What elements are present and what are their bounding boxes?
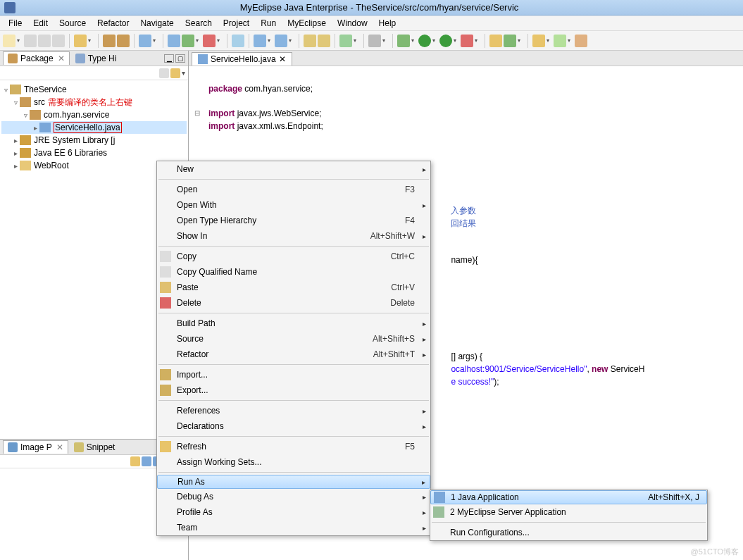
home-icon[interactable] (130, 456, 140, 466)
globe-icon[interactable] (254, 35, 266, 47)
menu-myeclipse[interactable]: MyEclipse (282, 17, 332, 30)
code-text: javax.jws.WebService; (235, 108, 321, 118)
ctx-refactor[interactable]: RefactorAlt+Shift+T▸ (157, 347, 430, 362)
tree-package[interactable]: ▿ com.hyan.service (1, 108, 187, 121)
run-icon[interactable] (397, 35, 410, 47)
class-icon[interactable] (117, 35, 130, 47)
ctx-profile-as[interactable]: Profile As▸ (157, 504, 430, 520)
submenu-server-application[interactable]: 2 MyEclipse Server Application (430, 504, 707, 520)
tree-file-servicehello[interactable]: ▸ ServiceHello.java (1, 121, 187, 134)
menu-window[interactable]: Window (332, 17, 373, 30)
ctx-open-with[interactable]: Open With▸ (157, 197, 430, 213)
ctx-copy-qualified[interactable]: Copy Qualified Name (157, 264, 430, 280)
close-icon[interactable]: ✕ (279, 54, 286, 64)
label: Build Path (177, 318, 216, 328)
star3-icon[interactable] (575, 35, 587, 47)
package-explorer-tab[interactable]: Package ✕ (3, 51, 70, 65)
deploy-icon[interactable] (168, 35, 180, 47)
menu-bar: File Edit Source Refactor Navigate Searc… (0, 15, 743, 31)
globe2-icon[interactable] (275, 35, 287, 47)
label: Run Configurations... (450, 528, 530, 537)
watermark: @51CTO博客 (691, 547, 739, 557)
run2-icon[interactable] (418, 35, 431, 47)
tree-jre[interactable]: ▸ JRE System Library [j (1, 134, 187, 147)
newproj-icon[interactable] (74, 35, 87, 47)
snippets-tab[interactable]: Snippet (70, 441, 120, 454)
label: Debug As (177, 492, 213, 502)
menu-run[interactable]: Run (255, 17, 282, 30)
shortcut: Ctrl+C (391, 251, 415, 261)
maximize-icon[interactable]: ▢ (175, 54, 185, 63)
ctx-delete[interactable]: DeleteDelete (157, 295, 430, 311)
saveall-icon[interactable] (38, 35, 51, 47)
tree-jee[interactable]: ▸ Java EE 6 Libraries (1, 147, 187, 159)
ctx-refresh[interactable]: RefreshF5 (157, 439, 430, 454)
shortcut: Alt+Shift+T (373, 349, 415, 359)
run3-icon[interactable] (439, 35, 452, 47)
ctx-run-as[interactable]: Run As▸ (157, 475, 430, 489)
close-icon[interactable]: ✕ (56, 442, 63, 452)
star-icon[interactable] (532, 35, 545, 47)
ctx-show-in[interactable]: Show InAlt+Shift+W▸ (157, 228, 430, 244)
camera-icon[interactable] (368, 35, 381, 47)
folder-icon[interactable] (304, 35, 316, 47)
ctx-assign-working-sets[interactable]: Assign Working Sets... (157, 454, 430, 470)
menu-search[interactable]: Search (180, 17, 218, 30)
minimize-icon[interactable]: ▁ (164, 54, 174, 63)
browser-icon[interactable] (139, 35, 151, 47)
ctx-paste[interactable]: PasteCtrl+V (157, 280, 430, 295)
project-icon (10, 85, 21, 94)
ctx-references[interactable]: References▸ (157, 403, 430, 418)
menu-source[interactable]: Source (54, 17, 92, 30)
fold-icon[interactable]: ⊟ (194, 107, 200, 119)
menu-help[interactable]: Help (373, 17, 402, 30)
star2-icon[interactable] (554, 35, 566, 47)
menu-file[interactable]: File (3, 17, 27, 30)
print-icon[interactable] (52, 35, 65, 47)
link-icon[interactable] (170, 68, 180, 78)
new-icon[interactable] (3, 35, 15, 47)
stop2-icon[interactable] (461, 35, 473, 47)
viewmenu-icon[interactable]: ▾ (182, 69, 185, 77)
label: New (177, 164, 194, 174)
tree-src[interactable]: ▿ src 需要编译的类名上右键 (1, 96, 187, 108)
stop-icon[interactable] (203, 35, 216, 47)
tree-project[interactable]: ▿ TheService (1, 83, 187, 96)
menu-refactor[interactable]: Refactor (92, 17, 135, 30)
ctx-open[interactable]: OpenF3 (157, 182, 430, 197)
label: Copy (177, 251, 196, 261)
label: Show In (177, 231, 207, 241)
image-preview-tab[interactable]: Image P ✕ (3, 440, 68, 454)
ctx-open-type-hierarchy[interactable]: Open Type HierarchyF4 (157, 213, 430, 228)
collapse-icon[interactable] (159, 68, 169, 78)
zoom-in-icon[interactable] (142, 456, 151, 466)
ctx-import[interactable]: Import... (157, 367, 430, 382)
type-hierarchy-tab[interactable]: Type Hi (71, 52, 121, 65)
close-icon[interactable]: ✕ (58, 54, 65, 63)
menu-navigate[interactable]: Navigate (135, 17, 179, 30)
ctx-new[interactable]: New▸ (157, 161, 430, 177)
submenu-run-configurations[interactable]: Run Configurations... (430, 525, 707, 540)
debug-icon[interactable] (339, 35, 352, 47)
editor-tab-servicehello[interactable]: ServiceHello.java ✕ (192, 52, 292, 66)
ctx-team[interactable]: Team▸ (157, 520, 430, 535)
submenu-java-application[interactable]: 1 Java ApplicationAlt+Shift+X, J (430, 490, 707, 504)
ctx-export[interactable]: Export... (157, 382, 430, 398)
ctx-copy[interactable]: CopyCtrl+C (157, 249, 430, 264)
project-label: TheService (24, 85, 67, 94)
label: Open With (177, 200, 217, 210)
save-icon[interactable] (24, 35, 37, 47)
folder2-icon[interactable] (318, 35, 330, 47)
menu-edit[interactable]: Edit (27, 17, 54, 30)
pkg-icon[interactable] (103, 35, 115, 47)
ctx-debug-as[interactable]: Debug As▸ (157, 489, 430, 504)
ctx-build-path[interactable]: Build Path▸ (157, 316, 430, 331)
start-icon[interactable] (182, 35, 194, 47)
newclass-icon[interactable] (489, 35, 502, 47)
menu-project[interactable]: Project (218, 17, 255, 30)
server-app-icon (433, 506, 444, 518)
ctx-declarations[interactable]: Declarations▸ (157, 418, 430, 434)
newenum-icon[interactable] (504, 35, 516, 47)
db-icon[interactable] (232, 35, 244, 47)
ctx-source[interactable]: SourceAlt+Shift+S▸ (157, 331, 430, 347)
